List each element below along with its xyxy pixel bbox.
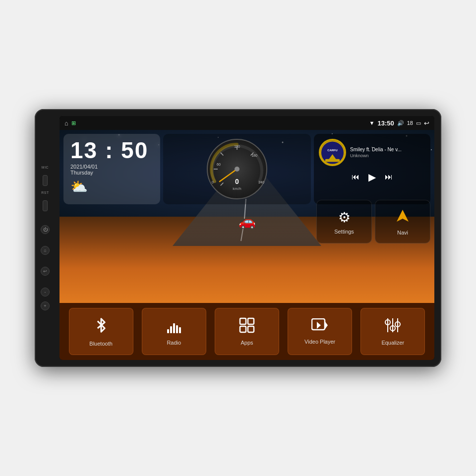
mic-button[interactable] bbox=[43, 175, 48, 186]
status-time: 13:50 bbox=[378, 119, 394, 127]
svg-point-25 bbox=[235, 167, 239, 172]
bottom-bar: Bluetooth Radio bbox=[60, 303, 434, 360]
apps-button[interactable]: Apps bbox=[215, 308, 279, 355]
video-player-label: Video Player bbox=[304, 339, 335, 345]
rst-label: RST bbox=[41, 191, 49, 194]
equalizer-svg bbox=[385, 317, 401, 333]
wifi-icon: ▼ bbox=[369, 120, 375, 126]
volume-level: 18 bbox=[407, 120, 413, 126]
svg-marker-43 bbox=[325, 322, 328, 329]
volume-icon: 🔊 bbox=[397, 120, 404, 126]
svg-rect-34 bbox=[170, 326, 172, 333]
car-head-unit: MIC RST ⏻ ⌂ ↩ - + ⌂ ⊞ bbox=[35, 109, 441, 367]
status-bar: ⌂ ⊞ ▼ 13:50 🔊 18 ▭ ↩ bbox=[60, 116, 434, 130]
rst-button[interactable] bbox=[43, 200, 48, 211]
status-left: ⌂ ⊞ bbox=[64, 119, 76, 127]
svg-rect-41 bbox=[248, 326, 254, 332]
bluetooth-svg bbox=[94, 316, 109, 334]
power-button[interactable]: ⏻ bbox=[41, 225, 50, 234]
quick-buttons: ⚙ Settings Navi bbox=[316, 200, 430, 243]
speedometer-widget: 0 60 120 180 240 0 km/h bbox=[163, 134, 311, 204]
equalizer-button[interactable]: Equalizer bbox=[360, 308, 425, 355]
widgets-row: 13 : 50 2021/04/01 Thursday ⛅ bbox=[60, 130, 434, 206]
navi-arrow-svg bbox=[395, 208, 410, 223]
svg-rect-36 bbox=[176, 325, 178, 333]
svg-text:180: 180 bbox=[251, 154, 257, 157]
clock-widget: 13 : 50 2021/04/01 Thursday ⛅ bbox=[63, 134, 160, 204]
svg-rect-35 bbox=[173, 323, 175, 333]
svg-rect-40 bbox=[240, 326, 246, 332]
navi-button[interactable]: Navi bbox=[375, 200, 430, 243]
next-button[interactable]: ⏭ bbox=[385, 173, 393, 181]
svg-text:240: 240 bbox=[258, 180, 264, 184]
svg-rect-39 bbox=[248, 318, 254, 324]
music-title: Smiley ft. Delia - Ne v... bbox=[350, 147, 425, 152]
weather-icon: ⛅ bbox=[70, 178, 153, 195]
apps-svg bbox=[239, 317, 255, 333]
music-artist: Unknown bbox=[350, 153, 425, 158]
home-side-button[interactable]: ⌂ bbox=[41, 246, 50, 255]
svg-rect-38 bbox=[240, 318, 246, 324]
back-side-button[interactable]: ↩ bbox=[41, 267, 50, 276]
radio-button[interactable]: Radio bbox=[142, 308, 206, 355]
status-right: ▼ 13:50 🔊 18 ▭ ↩ bbox=[369, 119, 429, 127]
svg-text:0: 0 bbox=[235, 178, 239, 185]
svg-text:60: 60 bbox=[217, 163, 221, 166]
radio-icon bbox=[166, 317, 182, 337]
music-controls: ⏮ ▶ ⏭ bbox=[319, 171, 425, 183]
play-button[interactable]: ▶ bbox=[368, 171, 376, 183]
main-content: 🚗 13 : 50 2021/04/01 Thursday ⛅ bbox=[60, 130, 434, 303]
equalizer-label: Equalizer bbox=[381, 340, 404, 346]
side-buttons: MIC RST ⏻ ⌂ ↩ - + bbox=[41, 166, 50, 310]
radio-label: Radio bbox=[167, 340, 181, 346]
svg-marker-32 bbox=[397, 210, 409, 222]
apps-shortcut-icon[interactable]: ⊞ bbox=[71, 120, 76, 126]
carfu-logo: CARFU bbox=[320, 140, 345, 165]
svg-text:120: 120 bbox=[234, 145, 240, 148]
apps-icon bbox=[239, 317, 255, 337]
settings-label: Settings bbox=[334, 229, 354, 235]
clock-day: Thursday bbox=[70, 170, 153, 176]
clock-time: 13 : 50 bbox=[70, 139, 153, 162]
video-player-button[interactable]: Video Player bbox=[288, 308, 352, 355]
bluetooth-button[interactable]: Bluetooth bbox=[69, 308, 133, 355]
apps-label: Apps bbox=[240, 340, 253, 346]
svg-text:CARFU: CARFU bbox=[327, 149, 338, 152]
video-svg bbox=[311, 318, 328, 332]
navi-icon bbox=[395, 208, 410, 227]
bluetooth-label: Bluetooth bbox=[89, 341, 112, 347]
clock-date: 2021/04/01 bbox=[70, 164, 153, 170]
equalizer-icon bbox=[385, 317, 401, 337]
settings-button[interactable]: ⚙ Settings bbox=[316, 200, 372, 243]
music-text: Smiley ft. Delia - Ne v... Unknown bbox=[350, 147, 425, 158]
home-icon[interactable]: ⌂ bbox=[64, 119, 68, 127]
svg-text:0: 0 bbox=[212, 180, 214, 184]
car-image: 🚗 bbox=[238, 213, 256, 230]
settings-icon: ⚙ bbox=[338, 209, 351, 226]
album-art: CARFU bbox=[319, 139, 346, 166]
svg-rect-31 bbox=[325, 159, 340, 162]
video-player-icon bbox=[311, 318, 328, 336]
vol-down-button[interactable]: - bbox=[41, 288, 50, 297]
navi-label: Navi bbox=[397, 230, 408, 236]
prev-button[interactable]: ⏮ bbox=[352, 173, 359, 181]
bluetooth-icon bbox=[94, 316, 109, 338]
music-info-row: CARFU Smiley ft. Delia - Ne v... Unknown bbox=[319, 139, 425, 166]
svg-rect-33 bbox=[167, 329, 169, 333]
svg-marker-44 bbox=[317, 322, 321, 329]
svg-text:km/h: km/h bbox=[233, 186, 241, 191]
speedometer-svg: 0 60 120 180 240 0 km/h bbox=[205, 137, 269, 201]
back-icon[interactable]: ↩ bbox=[424, 119, 429, 127]
mic-label: MIC bbox=[42, 166, 49, 169]
svg-rect-37 bbox=[179, 327, 181, 333]
music-widget: CARFU Smiley ft. Delia - Ne v... Unknown… bbox=[314, 134, 430, 204]
battery-icon: ▭ bbox=[416, 120, 421, 126]
vol-up-button[interactable]: + bbox=[41, 301, 50, 310]
radio-svg bbox=[166, 317, 182, 333]
display-screen: ⌂ ⊞ ▼ 13:50 🔊 18 ▭ ↩ bbox=[60, 116, 434, 360]
